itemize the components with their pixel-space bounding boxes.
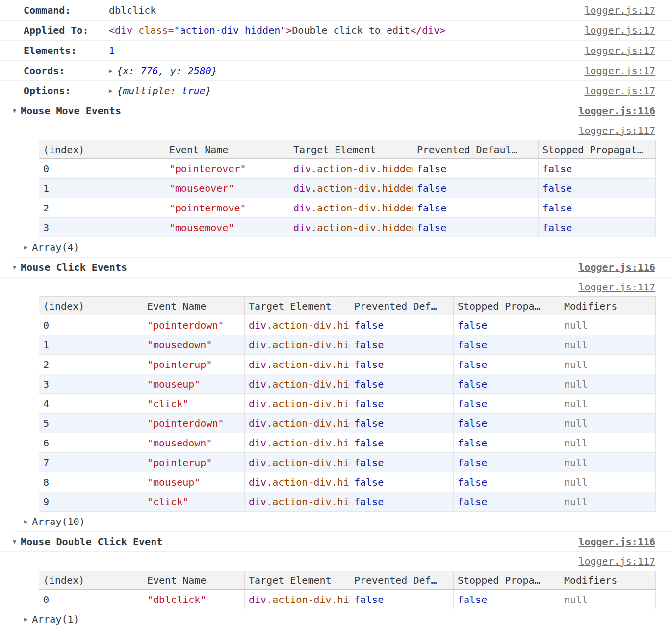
table-row: 1 "mousedown" div.action-div.hidden fals… xyxy=(39,335,656,355)
node-classes: .action-div.hidden xyxy=(266,496,350,508)
cell-event-name: "mousedown" xyxy=(143,433,245,453)
log-label-coords: Coords: xyxy=(24,65,109,77)
col-header-index[interactable]: (index) xyxy=(39,140,165,159)
node-classes: .action-div.hidden xyxy=(266,398,350,410)
col-header-event-name[interactable]: Event Name xyxy=(143,571,245,590)
col-header-prevented-default[interactable]: Prevented Def… xyxy=(350,297,454,315)
group-title: Mouse Move Events xyxy=(21,105,121,117)
col-header-modifiers[interactable]: Modifiers xyxy=(560,297,656,315)
node-tag: div xyxy=(293,183,311,194)
col-header-prevented-default[interactable]: Prevented Def… xyxy=(350,571,454,590)
col-header-prevented-default[interactable]: Prevented Defaul… xyxy=(413,140,539,159)
source-link[interactable]: logger.js:17 xyxy=(585,85,656,97)
col-header-event-name[interactable]: Event Name xyxy=(143,297,245,315)
triangle-expanded-icon[interactable]: ▼ xyxy=(13,264,16,271)
console-log-row-coords: Coords: ▶ {x: 776, y: 2580} logger.js:17 xyxy=(0,61,672,81)
node-classes: .action-div.hidden xyxy=(266,359,350,370)
triangle-collapsed-icon[interactable]: ▶ xyxy=(24,518,27,525)
col-header-stopped-propagation[interactable]: Stopped Propa… xyxy=(454,571,560,590)
node-tag: div xyxy=(293,222,311,234)
cell-modifiers: null xyxy=(560,374,656,394)
array-preview-row[interactable]: ▶ Array(1) xyxy=(15,609,655,628)
devtools-console: Command: dblclick logger.js:17 Applied T… xyxy=(0,0,672,628)
array-preview-label: Array(1) xyxy=(32,613,79,625)
source-link[interactable]: logger.js:117 xyxy=(578,125,655,136)
source-link[interactable]: logger.js:116 xyxy=(578,105,655,117)
triangle-collapsed-icon[interactable]: ▶ xyxy=(24,616,27,623)
source-link[interactable]: logger.js:17 xyxy=(585,65,656,77)
group-body-mouse-click: logger.js:117 (index) Event Name Target … xyxy=(15,278,672,532)
cell-prevented-default: false xyxy=(350,433,454,453)
log-label-command: Command: xyxy=(24,4,109,16)
console-log-row-elements: Elements: 1 logger.js:17 xyxy=(0,41,672,61)
cell-index: 2 xyxy=(39,355,143,374)
source-link[interactable]: logger.js:117 xyxy=(578,555,655,567)
triangle-expanded-icon[interactable]: ▼ xyxy=(13,107,16,114)
table-link-row: logger.js:117 xyxy=(15,121,655,140)
cell-event-name: "mousemove" xyxy=(165,218,289,237)
col-header-index[interactable]: (index) xyxy=(39,297,143,315)
table-row: 1 "mouseover" div.action-div.hidden fals… xyxy=(39,179,656,198)
cell-prevented-default: false xyxy=(413,179,539,198)
col-header-modifiers[interactable]: Modifiers xyxy=(560,571,656,590)
source-link[interactable]: logger.js:17 xyxy=(585,25,656,36)
object-preview-coords[interactable]: {x: 776, y: 2580} xyxy=(117,65,217,77)
cell-target-element: div.action-div.hidden xyxy=(245,315,350,335)
source-link[interactable]: logger.js:116 xyxy=(578,262,655,273)
cell-target-element: div.action-div.hidden xyxy=(245,590,350,609)
table-link-row: logger.js:117 xyxy=(15,278,655,296)
html-tag-close: </div> xyxy=(410,25,445,36)
node-tag: div xyxy=(293,202,311,214)
table-row: 3 "mousemove" div.action-div.hidden fals… xyxy=(39,218,656,237)
node-classes: .action-div.hidden xyxy=(266,594,350,605)
cell-stopped-propagation: false xyxy=(539,159,656,179)
col-header-index[interactable]: (index) xyxy=(39,571,143,590)
triangle-expanded-icon[interactable]: ▼ xyxy=(13,538,16,545)
log-label-applied-to: Applied To: xyxy=(24,25,109,36)
triangle-collapsed-icon[interactable]: ▶ xyxy=(109,67,112,74)
array-preview-label: Array(4) xyxy=(32,241,79,253)
node-tag: div xyxy=(293,163,311,175)
cell-modifiers: null xyxy=(560,453,656,472)
source-link[interactable]: logger.js:17 xyxy=(585,45,656,56)
node-classes: .action-div.hidden xyxy=(266,319,350,331)
group-header-mouse-move[interactable]: ▼ Mouse Move Events logger.js:116 xyxy=(0,101,672,121)
node-tag: div xyxy=(249,457,266,469)
object-value-x: 776 xyxy=(140,65,158,77)
source-link[interactable]: logger.js:117 xyxy=(578,281,655,293)
source-link[interactable]: logger.js:116 xyxy=(578,536,655,548)
group-header-mouse-dblclick[interactable]: ▼ Mouse Double Click Event logger.js:116 xyxy=(0,532,672,552)
cell-stopped-propagation: false xyxy=(539,198,656,218)
cell-target-element: div.action-div.hidden xyxy=(245,433,350,453)
node-classes: .action-div.hidden xyxy=(311,222,413,234)
table-header-row: (index) Event Name Target Element Preven… xyxy=(39,571,656,590)
source-link[interactable]: logger.js:17 xyxy=(585,4,656,16)
col-header-event-name[interactable]: Event Name xyxy=(165,140,289,159)
node-classes: .action-div.hidden xyxy=(311,163,413,175)
cell-prevented-default: false xyxy=(350,355,454,374)
col-header-stopped-propagation[interactable]: Stopped Propagat… xyxy=(539,140,656,159)
group-header-mouse-click[interactable]: ▼ Mouse Click Events logger.js:116 xyxy=(0,258,672,278)
cell-index: 4 xyxy=(39,394,143,414)
cell-event-name: "pointerup" xyxy=(143,453,245,472)
object-preview-options[interactable]: {multiple: true} xyxy=(117,85,211,97)
node-tag: div xyxy=(249,594,266,605)
element-preview[interactable]: <div class="action-div hidden">Double cl… xyxy=(109,25,445,36)
cell-modifiers: null xyxy=(560,472,656,492)
cell-stopped-propagation: false xyxy=(454,433,560,453)
col-header-target-element[interactable]: Target Element xyxy=(245,297,350,315)
node-tag: div xyxy=(249,476,266,488)
col-header-target-element[interactable]: Target Element xyxy=(289,140,413,159)
col-header-stopped-propagation[interactable]: Stopped Propa… xyxy=(454,297,560,315)
cell-stopped-propagation: false xyxy=(454,374,560,394)
cell-index: 0 xyxy=(39,315,143,335)
triangle-collapsed-icon[interactable]: ▶ xyxy=(109,87,112,94)
triangle-collapsed-icon[interactable]: ▶ xyxy=(24,244,27,251)
cell-prevented-default: false xyxy=(350,590,454,609)
array-preview-row[interactable]: ▶ Array(4) xyxy=(15,237,655,257)
html-tag-open: <div xyxy=(109,25,132,36)
node-tag: div xyxy=(249,339,266,351)
console-log-row-options: Options: ▶ {multiple: true} logger.js:17 xyxy=(0,81,672,101)
array-preview-row[interactable]: ▶ Array(10) xyxy=(15,512,655,531)
col-header-target-element[interactable]: Target Element xyxy=(245,571,350,590)
